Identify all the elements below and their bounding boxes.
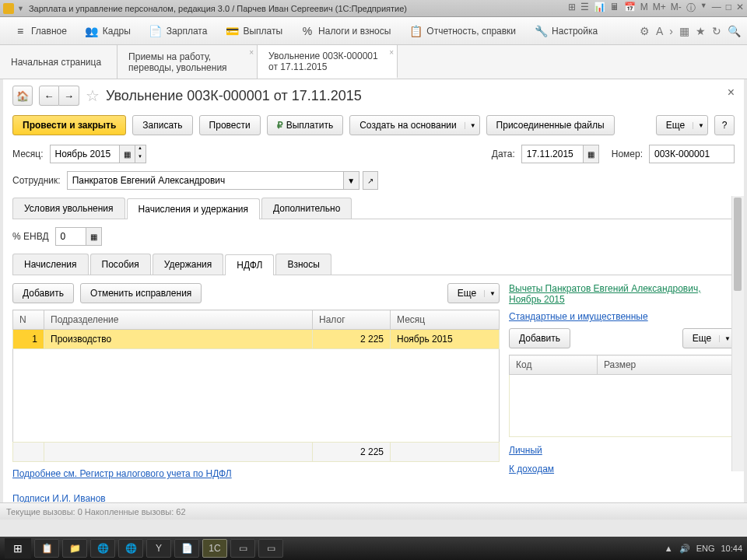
col-month[interactable]: Месяц (391, 310, 500, 330)
tab-uvolnenie[interactable]: Увольнение 003К-000001 от 17.11.2015× (258, 45, 398, 79)
close-icon[interactable]: × (249, 48, 254, 57)
subtab-uderzhaniya[interactable]: Удержания (153, 254, 224, 275)
taskbar-app-1[interactable]: 📋 (34, 539, 59, 558)
taskbar-app-4[interactable]: 🌐 (118, 539, 143, 558)
tab-usloviya[interactable]: Условия увольнения (12, 198, 125, 219)
col-dept[interactable]: Подразделение (44, 310, 313, 330)
right-add-button[interactable]: Добавить (509, 328, 570, 348)
col-tax[interactable]: Налог (313, 310, 391, 330)
tb-icon-2[interactable]: ☰ (580, 2, 589, 15)
month-spinner[interactable]: ▲▼ (135, 145, 146, 163)
tb-icon-m[interactable]: M (640, 2, 648, 15)
col-size[interactable]: Размер (598, 355, 735, 375)
subtab-ndfl[interactable]: НДФЛ (225, 254, 274, 275)
register-link[interactable]: Подробнее см. Регистр налогового учета п… (12, 468, 232, 479)
history-icon[interactable]: ↻ (712, 25, 721, 37)
taskbar-app-2[interactable]: 📁 (62, 539, 87, 558)
close-page-button[interactable]: × (728, 86, 735, 100)
menu-zarplata[interactable]: 📄Зарплата (142, 20, 216, 42)
favorite-button[interactable]: ☆ (86, 86, 100, 105)
tab-priemy[interactable]: Приемы на работу, переводы, увольнения× (117, 45, 258, 79)
more-button[interactable]: Еще (656, 115, 708, 135)
report-icon: 📋 (409, 25, 422, 37)
search-icon[interactable]: 🔍 (728, 25, 741, 37)
month-input[interactable] (50, 145, 120, 163)
post-and-close-button[interactable]: Провести и закрыть (12, 115, 126, 135)
add-row-button[interactable]: Добавить (12, 283, 74, 303)
envd-input[interactable] (55, 227, 86, 246)
calendar-icon[interactable]: ▦ (584, 145, 599, 163)
income-link[interactable]: К доходам (509, 464, 554, 474)
menu-kadry[interactable]: 👥Кадры (78, 20, 139, 42)
dropdown-icon[interactable]: ▼ (344, 171, 359, 190)
attached-files-button[interactable]: Присоединенные файлы (486, 115, 615, 135)
subtab-posobiya[interactable]: Пособия (90, 254, 151, 275)
close-icon[interactable]: × (389, 48, 394, 57)
tb-icon-5[interactable]: 📅 (624, 2, 636, 15)
col-n[interactable]: N (13, 310, 44, 330)
right-more-button[interactable]: Еще (682, 328, 735, 348)
record-button[interactable]: Записать (132, 115, 192, 135)
menu-otchetnost[interactable]: 📋Отчетность, справки (402, 20, 524, 42)
window-close-icon[interactable]: ✕ (736, 2, 744, 15)
taskbar-app-5[interactable]: Y (146, 539, 171, 558)
start-button[interactable]: ⊞ (5, 538, 31, 558)
back-button[interactable]: ← (39, 86, 59, 106)
taskbar-app-8[interactable]: ▭ (230, 539, 255, 558)
tb-icon-drop[interactable]: ▼ (700, 2, 707, 15)
menu-nalogi[interactable]: %Налоги и взносы (293, 20, 398, 42)
taskbar-app-6[interactable]: 📄 (174, 539, 199, 558)
taskbar-app-1c[interactable]: 1C (202, 539, 227, 558)
chevron-right-icon[interactable]: › (669, 25, 673, 37)
number-input[interactable] (649, 145, 735, 163)
table-more-button[interactable]: Еще (447, 283, 500, 303)
subtab-vznosy[interactable]: Взносы (275, 254, 331, 275)
forward-button[interactable]: → (59, 86, 79, 106)
tab-start-page[interactable]: Начальная страница (0, 45, 117, 79)
tb-icon-mplus[interactable]: M+ (653, 2, 666, 15)
create-based-button[interactable]: Создать на основании (349, 115, 479, 135)
home-button[interactable]: 🏠 (12, 86, 33, 106)
apps-icon[interactable]: ▦ (679, 25, 689, 37)
taskbar-app-3[interactable]: 🌐 (90, 539, 115, 558)
star-icon[interactable]: ★ (696, 25, 706, 37)
hamburger-icon: ≡ (14, 25, 26, 37)
tb-icon-1[interactable]: ⊞ (568, 2, 576, 15)
tray-lang[interactable]: ENG (696, 544, 715, 553)
text-a-icon[interactable]: A (656, 25, 663, 37)
open-icon[interactable]: ↗ (363, 171, 378, 190)
tray-icon-1[interactable]: ▲ (665, 544, 673, 553)
col-code[interactable]: Код (510, 355, 598, 375)
employee-input[interactable] (67, 171, 344, 190)
dropdown-icon[interactable]: ▼ (17, 5, 24, 12)
signatures-link[interactable]: Подписи И.И. Иванов (12, 493, 106, 502)
vertical-scrollbar[interactable] (731, 196, 744, 471)
menu-main[interactable]: ≡Главное (6, 20, 75, 42)
cancel-fix-button[interactable]: Отменить исправления (80, 283, 202, 303)
deductions-title-link[interactable]: Вычеты Панкратов Евгений Александрович, … (509, 283, 735, 305)
date-input[interactable] (521, 145, 584, 163)
personal-link[interactable]: Личный (509, 445, 542, 456)
tray-time[interactable]: 10:44 (721, 544, 742, 553)
calendar-icon[interactable]: ▦ (120, 145, 135, 163)
post-button[interactable]: Провести (199, 115, 261, 135)
menu-nastroyka[interactable]: 🔧Настройка (527, 20, 605, 42)
tb-icon-3[interactable]: 📊 (594, 2, 605, 15)
help-button[interactable]: ? (714, 115, 735, 135)
tb-icon-4[interactable]: 🖩 (610, 2, 619, 15)
standard-deductions-link[interactable]: Стандартные и имущественные (509, 311, 648, 322)
pay-button[interactable]: ₽Выплатить (267, 115, 344, 135)
subtab-nachisleniya[interactable]: Начисления (12, 254, 89, 275)
table-row[interactable]: 1 Производство 2 225 Ноябрь 2015 (13, 330, 500, 349)
calc-icon[interactable]: ▦ (86, 227, 102, 246)
tray-volume-icon[interactable]: 🔊 (679, 544, 690, 554)
taskbar-app-9[interactable]: ▭ (258, 539, 283, 558)
menu-vyplaty[interactable]: 💳Выплаты (218, 20, 290, 42)
tab-nachisleniya[interactable]: Начисления и удержания (127, 198, 260, 219)
tab-dopolnitelno[interactable]: Дополнительно (261, 198, 352, 219)
gear-icon[interactable]: ⚙ (640, 25, 650, 37)
window-maximize-icon[interactable]: □ (726, 2, 731, 15)
tb-icon-mminus[interactable]: M- (671, 2, 682, 15)
window-minimize-icon[interactable]: — (712, 2, 721, 15)
tb-icon-info[interactable]: ⓘ (686, 2, 696, 15)
